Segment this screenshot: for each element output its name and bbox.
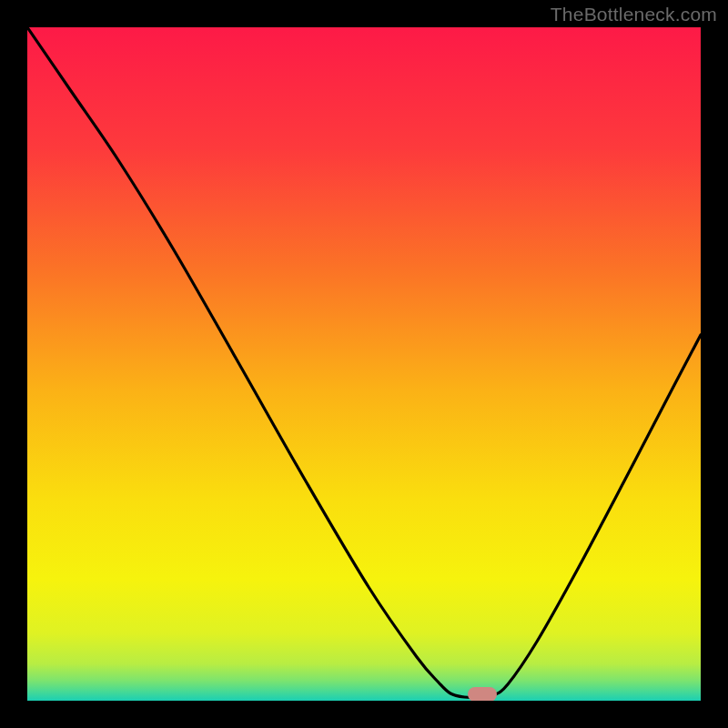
plot-area — [27, 27, 701, 701]
bottleneck-curve — [27, 27, 701, 701]
chart-frame: TheBottleneck.com — [0, 0, 728, 728]
watermark-text: TheBottleneck.com — [551, 4, 717, 25]
optimal-point-marker — [468, 687, 497, 701]
